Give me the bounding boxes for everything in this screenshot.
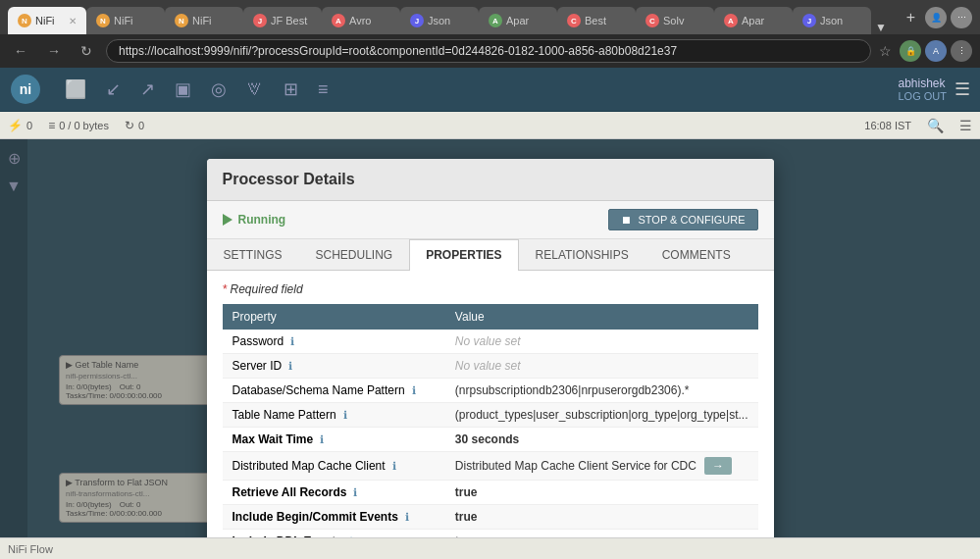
tab-label-8: Best (585, 15, 606, 26)
address-input[interactable] (106, 39, 871, 63)
output-port-tool[interactable]: ↗ (136, 75, 159, 104)
table-row[interactable]: Database/Schema Name Pattern ℹ(nrpsubscr… (223, 379, 758, 403)
tab-relationships[interactable]: RELATIONSHIPS (519, 239, 645, 270)
threads-status: ⚡ 0 (8, 119, 32, 132)
modal-body: * Required field Property Value Password… (207, 271, 774, 559)
table-row[interactable]: Distributed Map Cache Client ℹDistribute… (223, 452, 758, 481)
browser-tab-4[interactable]: J JF Best (243, 7, 322, 34)
tab-comments[interactable]: COMMENTS (645, 239, 748, 270)
tab-icon-4: J (253, 14, 267, 27)
input-port-tool[interactable]: ↙ (102, 75, 125, 104)
user-area: abhishek LOG OUT ☰ (898, 76, 970, 102)
property-name: Server ID (232, 359, 283, 373)
remote-group-tool[interactable]: ◎ (207, 75, 231, 104)
tab-properties[interactable]: PROPERTIES (409, 239, 518, 271)
property-name-cell: Retrieve All Records ℹ (223, 481, 445, 505)
property-value-cell: Distributed Map Cache Client Service for… (445, 452, 758, 481)
profile-icon-1[interactable]: 👤 (925, 7, 947, 28)
navigate-service-button[interactable]: → (704, 457, 732, 475)
user-profile-icon[interactable]: A (925, 40, 947, 62)
running-indicator: Running (223, 213, 286, 227)
modal-tabs: SETTINGS SCHEDULING PROPERTIES RELATIONS… (207, 239, 774, 271)
extension-icon[interactable]: 🔒 (900, 40, 921, 62)
browser-tab-7[interactable]: A Apar (479, 7, 557, 34)
tab-icon-1: N (18, 14, 31, 27)
bookmark-icon[interactable]: ☆ (879, 43, 892, 59)
browser-tab-9[interactable]: C Solv (636, 7, 714, 34)
required-asterisk: * (223, 282, 228, 296)
table-row[interactable]: Table Name Pattern ℹ(product_types|user_… (223, 403, 758, 428)
property-info-icon[interactable]: ℹ (350, 486, 357, 498)
property-name-cell: Password ℹ (223, 330, 445, 354)
table-row[interactable]: Password ℹNo value set (223, 330, 758, 354)
time-value: 16:08 IST (864, 120, 911, 131)
browser-tab-5[interactable]: A Avro (322, 7, 400, 34)
nifi-toolbar: ni ⬜ ↙ ↗ ▣ ◎ ⩔ ⊞ ≡ abhishek LOG OUT ☰ (0, 68, 980, 112)
browser-tab-1[interactable]: N NiFi ✕ (8, 7, 86, 34)
canvas-area: ⊕ ▼ ▶ Get Table Name nifi-permissions-ct… (0, 139, 980, 559)
search-button[interactable]: 🔍 (927, 118, 944, 133)
property-info-icon[interactable]: ℹ (409, 384, 416, 396)
property-info-icon[interactable]: ℹ (389, 460, 396, 472)
new-tab-button[interactable]: + (901, 9, 921, 26)
table-row[interactable]: Include Begin/Commit Events ℹtrue (223, 505, 758, 530)
browser-tab-8[interactable]: C Best (557, 7, 636, 34)
time-display: 16:08 IST (864, 120, 911, 131)
property-name-cell: Server ID ℹ (223, 354, 445, 379)
user-info: abhishek LOG OUT (898, 76, 947, 102)
tab-list: N NiFi ✕ N NiFi N NiFi J JF Best A Avro … (8, 0, 897, 34)
process-group-tool[interactable]: ▣ (171, 75, 195, 104)
property-name-cell: Max Wait Time ℹ (223, 428, 445, 452)
modal-header: Processor Details (207, 159, 774, 201)
tab-scheduling[interactable]: SCHEDULING (299, 239, 410, 270)
template-tool[interactable]: ⊞ (280, 75, 302, 104)
tab-label-1: NiFi (35, 15, 55, 26)
tab-label-2: NiFi (114, 15, 133, 26)
browser-profile: 🔒 A ⋮ (900, 40, 972, 62)
funnel-tool[interactable]: ⩔ (242, 76, 268, 104)
tab-close-1[interactable]: ✕ (69, 16, 77, 26)
queue-status: ≡ 0 / 0 bytes (48, 119, 109, 132)
running-dot-icon (223, 214, 232, 226)
forward-button[interactable]: → (41, 41, 67, 61)
table-row[interactable]: Max Wait Time ℹ30 seconds (223, 428, 758, 452)
table-row[interactable]: Retrieve All Records ℹtrue (223, 481, 758, 505)
tasks-count: 0 (138, 120, 144, 131)
property-info-icon[interactable]: ℹ (340, 409, 347, 421)
nifi-logo: ni (10, 74, 41, 105)
stop-configure-button[interactable]: ⏹ STOP & CONFIGURE (608, 209, 757, 230)
profile-icon-2[interactable]: ⋯ (951, 7, 972, 28)
table-row[interactable]: Server ID ℹNo value set (223, 354, 758, 379)
refresh-button[interactable]: ↻ (75, 41, 98, 61)
browser-tab-10[interactable]: A Apar (714, 7, 793, 34)
browser-tab-bar: N NiFi ✕ N NiFi N NiFi J JF Best A Avro … (0, 0, 980, 34)
col-property-header: Property (223, 304, 445, 330)
stop-configure-icon: ⏹ (621, 214, 632, 226)
processor-tool[interactable]: ⬜ (61, 75, 90, 104)
property-info-icon[interactable]: ℹ (402, 511, 409, 523)
property-info-icon[interactable]: ℹ (317, 433, 324, 445)
tab-icon-5: A (332, 14, 345, 27)
global-menu-button[interactable]: ☰ (959, 118, 972, 133)
more-options-icon[interactable]: ⋮ (951, 40, 972, 62)
browser-tab-2[interactable]: N NiFi (86, 7, 165, 34)
tab-icon-7: A (489, 14, 502, 27)
property-info-icon[interactable]: ℹ (285, 360, 292, 372)
logout-link[interactable]: LOG OUT (898, 90, 947, 102)
tab-label-6: Json (428, 15, 450, 26)
tab-overflow-chevron[interactable]: ▼ (871, 21, 891, 34)
browser-tab-6[interactable]: J Json (400, 7, 479, 34)
tab-label-7: Apar (506, 15, 529, 26)
property-info-icon[interactable]: ℹ (287, 335, 294, 347)
browser-tab-3[interactable]: N NiFi (165, 7, 243, 34)
property-name-cell: Table Name Pattern ℹ (223, 403, 445, 428)
back-button[interactable]: ← (8, 41, 33, 61)
property-name-cell: Include Begin/Commit Events ℹ (223, 505, 445, 530)
table-header-row: Property Value (223, 304, 758, 330)
property-value-cell: No value set (445, 354, 758, 379)
browser-tab-11[interactable]: J Json (793, 7, 871, 34)
label-tool[interactable]: ≡ (314, 76, 333, 104)
tab-settings[interactable]: SETTINGS (207, 239, 299, 270)
required-field-text: Required field (231, 282, 303, 296)
hamburger-menu-icon[interactable]: ☰ (954, 78, 970, 100)
